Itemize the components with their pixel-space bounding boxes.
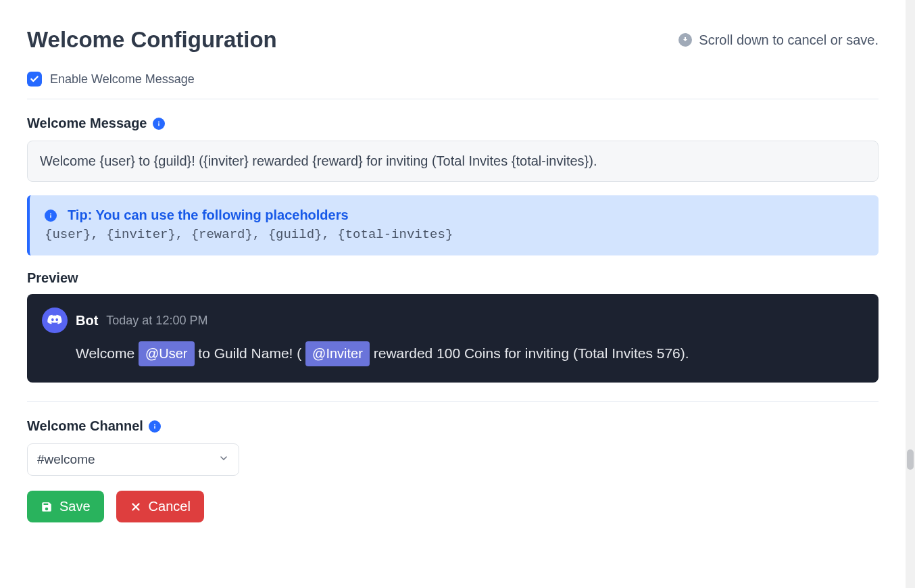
svg-point-0 bbox=[158, 121, 159, 122]
cancel-button[interactable]: Cancel bbox=[116, 491, 204, 522]
enable-label: Enable Welcome Message bbox=[50, 72, 195, 87]
enable-checkbox[interactable] bbox=[27, 72, 42, 87]
divider bbox=[27, 401, 879, 402]
header-row: Welcome Configuration Scroll down to can… bbox=[27, 27, 879, 53]
scrollbar-thumb[interactable] bbox=[907, 449, 914, 470]
discord-icon bbox=[42, 308, 68, 333]
cancel-button-label: Cancel bbox=[149, 499, 191, 514]
mention-user: @User bbox=[139, 341, 195, 366]
welcome-channel-label-row: Welcome Channel bbox=[27, 418, 879, 434]
preview-box: Bot Today at 12:00 PM Welcome @User to G… bbox=[27, 294, 879, 383]
save-button[interactable]: Save bbox=[27, 491, 104, 522]
svg-rect-3 bbox=[50, 215, 51, 218]
preview-text: Welcome bbox=[76, 345, 139, 361]
enable-row: Enable Welcome Message bbox=[27, 72, 879, 87]
welcome-message-label: Welcome Message bbox=[27, 116, 147, 131]
welcome-channel-select[interactable]: #welcome bbox=[27, 443, 239, 476]
welcome-channel-label: Welcome Channel bbox=[27, 418, 143, 434]
info-icon[interactable] bbox=[149, 420, 161, 433]
mention-inviter: @Inviter bbox=[305, 341, 370, 366]
svg-point-4 bbox=[154, 424, 155, 425]
svg-rect-5 bbox=[154, 426, 155, 428]
scroll-hint-text: Scroll down to cancel or save. bbox=[699, 32, 879, 48]
scrollbar[interactable] bbox=[906, 0, 915, 588]
preview-text: rewarded 100 Coins for inviting (Total I… bbox=[374, 345, 689, 361]
preview-text: to Guild Name! ( bbox=[198, 345, 305, 361]
preview-label: Preview bbox=[27, 270, 879, 286]
svg-rect-1 bbox=[158, 123, 159, 126]
save-button-label: Save bbox=[59, 499, 91, 514]
arrow-down-circle-icon bbox=[678, 33, 692, 47]
select-value: #welcome bbox=[37, 452, 95, 467]
page-title: Welcome Configuration bbox=[27, 27, 277, 53]
divider bbox=[27, 99, 879, 99]
preview-message: Welcome @User to Guild Name! ( @Inviter … bbox=[42, 341, 864, 366]
welcome-message-label-row: Welcome Message bbox=[27, 116, 879, 131]
tip-title: Tip: You can use the following placehold… bbox=[68, 207, 349, 223]
info-icon bbox=[45, 210, 57, 222]
svg-point-2 bbox=[50, 213, 51, 214]
tip-body: {user}, {inviter}, {reward}, {guild}, {t… bbox=[45, 227, 864, 242]
scroll-hint: Scroll down to cancel or save. bbox=[678, 32, 879, 48]
save-icon bbox=[41, 501, 53, 513]
bot-timestamp: Today at 12:00 PM bbox=[106, 314, 207, 328]
info-icon[interactable] bbox=[153, 118, 165, 130]
tip-box: Tip: You can use the following placehold… bbox=[27, 195, 879, 255]
button-row: Save Cancel bbox=[27, 491, 879, 522]
chevron-down-icon bbox=[218, 452, 229, 467]
welcome-message-input[interactable] bbox=[27, 141, 879, 182]
close-icon bbox=[130, 501, 142, 513]
bot-name: Bot bbox=[76, 313, 98, 328]
